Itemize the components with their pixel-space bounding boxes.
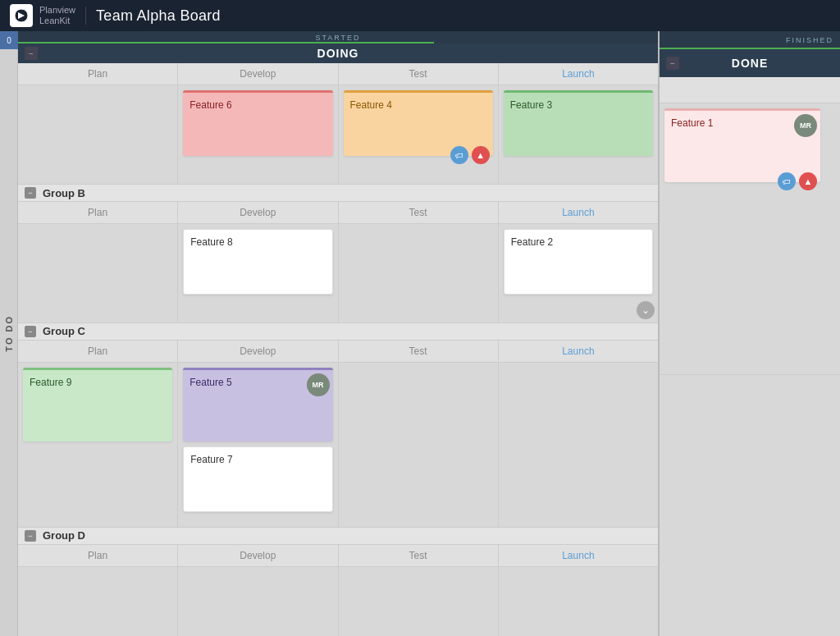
group-d-col-develop: Develop: [178, 545, 338, 566]
group-b-launch-cell: Feature 2 ⌄: [499, 224, 658, 323]
group-c-test-cell: [339, 363, 499, 527]
card-feature1-avatar: MR: [794, 114, 817, 137]
group-c-cards-row: Feature 9 Feature 5 MR Feature 7: [18, 363, 658, 527]
col-header-launch: Launch: [499, 63, 658, 85]
done-col-header: [660, 77, 840, 103]
card-feature3[interactable]: Feature 3: [504, 90, 653, 156]
card-feature7-label: Feature 7: [190, 454, 232, 465]
todo-label: TO DO: [4, 315, 14, 352]
app-header: Planview LeanKit Team Alpha Board: [0, 0, 840, 31]
group-c-collapse-button[interactable]: −: [25, 326, 36, 337]
card-feature6-label: Feature 6: [189, 99, 231, 111]
group-d-col-launch: Launch: [499, 545, 658, 566]
group-d-develop-cell: [178, 567, 338, 636]
group-c-col-headers: Plan Develop Test Launch: [18, 341, 658, 363]
card-feature1-up-icon[interactable]: ▲: [799, 172, 817, 190]
group-d-launch-cell: [499, 567, 658, 636]
todo-sidebar: 0 TO DO: [0, 31, 18, 636]
top-plan-cell: [18, 85, 178, 184]
group-b-header: − Group B: [18, 184, 658, 202]
group-d-label: Group D: [43, 529, 85, 542]
card-feature8-label: Feature 8: [190, 236, 232, 248]
card-feature1-tag-icon[interactable]: 🏷: [778, 172, 796, 190]
group-c-label: Group C: [43, 325, 85, 337]
done-header: − DONE: [660, 49, 840, 77]
logo-area: Planview LeanKit: [10, 4, 75, 27]
card-feature5[interactable]: Feature 5 MR: [183, 368, 332, 442]
done-groups-area: [660, 374, 840, 636]
columns-wrapper: STARTED − DOING Plan Develop Test Launch: [18, 31, 840, 636]
done-collapse-button[interactable]: −: [666, 57, 679, 70]
group-b-develop-cell: Feature 8: [178, 224, 338, 323]
group-d-col-test: Test: [339, 545, 499, 566]
board-area: STARTED − DOING Plan Develop Test Launch: [18, 31, 840, 636]
group-b-scroll-indicator[interactable]: ⌄: [637, 301, 655, 319]
done-title: DONE: [732, 57, 768, 70]
doing-title: DOING: [317, 47, 359, 60]
group-d-col-headers: Plan Develop Test Launch: [18, 545, 658, 567]
group-d-plan-cell: [18, 567, 178, 636]
card-feature1[interactable]: Feature 1 MR 🏷 ▲: [664, 108, 820, 182]
group-c-col-plan: Plan: [18, 341, 178, 362]
done-cards-area: Feature 1 MR 🏷 ▲: [660, 103, 840, 374]
group-c-col-launch: Launch: [499, 341, 658, 362]
done-top-bar: FINISHED: [660, 31, 840, 49]
group-d-collapse-button[interactable]: −: [25, 530, 36, 542]
card-feature6[interactable]: Feature 6: [183, 90, 332, 156]
doing-top-label: STARTED: [315, 34, 360, 42]
doing-section: STARTED − DOING Plan Develop Test Launch: [18, 31, 660, 636]
main-container: 0 TO DO STARTED − DOING Plan D: [0, 31, 840, 636]
board-title: Team Alpha Board: [96, 7, 221, 25]
group-d-header: − Group D: [18, 527, 658, 545]
group-d-test-cell: [339, 567, 499, 636]
group-b-col-test: Test: [339, 202, 499, 223]
group-b-collapse-button[interactable]: −: [25, 187, 36, 199]
card-feature9[interactable]: Feature 9: [23, 368, 172, 442]
group-b-cards-row: Feature 8 Feature 2 ⌄: [18, 224, 658, 323]
card-feature4-up-icon[interactable]: ▲: [472, 146, 490, 164]
card-feature9-label: Feature 9: [30, 377, 71, 388]
card-feature5-avatar: MR: [307, 373, 330, 396]
doing-collapse-button[interactable]: −: [25, 47, 38, 60]
group-c-col-test: Test: [339, 341, 499, 362]
col-header-test: Test: [339, 63, 499, 85]
group-b-plan-cell: [18, 224, 178, 323]
top-group-cards-row: Feature 6 Feature 4 🏷 ▲ Feature: [18, 85, 658, 184]
logo-icon: [10, 4, 33, 27]
card-feature3-label: Feature 3: [510, 99, 552, 111]
group-c-col-develop: Develop: [178, 341, 338, 362]
card-feature4-label: Feature 4: [350, 99, 392, 111]
card-feature7[interactable]: Feature 7: [183, 446, 332, 512]
card-feature8[interactable]: Feature 8: [183, 229, 332, 295]
doing-col-headers-top: Plan Develop Test Launch: [18, 63, 658, 85]
group-d-cards-row: [18, 567, 658, 636]
group-c-header: − Group C: [18, 323, 658, 341]
doing-top-bar: STARTED: [18, 31, 658, 43]
done-section: FINISHED − DONE Feature 1 MR 🏷: [660, 31, 840, 636]
group-c-launch-cell: [499, 363, 658, 527]
group-d-col-plan: Plan: [18, 545, 178, 566]
header-divider: [85, 7, 86, 25]
logo-text: Planview LeanKit: [39, 5, 75, 26]
done-top-label: FINISHED: [786, 36, 833, 44]
todo-badge: 0: [0, 31, 18, 49]
group-b-col-plan: Plan: [18, 202, 178, 223]
group-c-plan-cell: Feature 9: [18, 363, 178, 527]
card-feature2-label: Feature 2: [511, 236, 553, 248]
top-develop-cell: Feature 6: [178, 85, 338, 184]
group-b-col-headers: Plan Develop Test Launch: [18, 202, 658, 224]
col-header-develop: Develop: [178, 63, 338, 85]
card-feature5-label: Feature 5: [189, 377, 231, 388]
card-feature1-label: Feature 1: [671, 117, 713, 129]
group-c-develop-cell: Feature 5 MR Feature 7: [178, 363, 338, 527]
group-b-col-develop: Develop: [178, 202, 338, 223]
group-b-col-launch: Launch: [499, 202, 658, 223]
group-b-test-cell: [339, 224, 499, 323]
doing-header: − DOING: [18, 43, 658, 63]
card-feature4[interactable]: Feature 4 🏷 ▲: [344, 90, 493, 156]
card-feature2[interactable]: Feature 2: [504, 229, 653, 295]
top-test-cell: Feature 4 🏷 ▲: [339, 85, 499, 184]
card-feature4-tag-icon[interactable]: 🏷: [450, 146, 468, 164]
top-launch-cell: Feature 3: [499, 85, 658, 184]
group-b-label: Group B: [43, 187, 85, 199]
